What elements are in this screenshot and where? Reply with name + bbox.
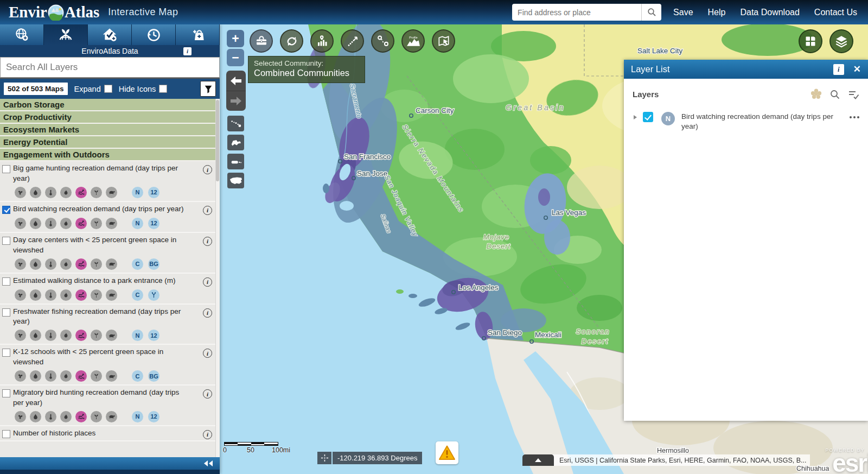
expand-triangle-icon[interactable] [634, 115, 637, 119]
elevation-profile-button[interactable]: Profile [401, 29, 425, 53]
layer-label[interactable]: K-12 schools with < 25 percent green spa… [13, 347, 189, 368]
layer-info-icon[interactable] [203, 237, 212, 246]
flower-icon[interactable] [810, 88, 822, 100]
layer-list-item-label[interactable]: Bird watching recreation demand (day tri… [681, 112, 841, 131]
sidebar-scrollbar[interactable] [215, 99, 220, 457]
layer-visibility-checkbox[interactable] [643, 112, 653, 122]
filter-funnel-button[interactable] [200, 81, 216, 97]
hide-icons-checkbox[interactable]: Hide Icons [119, 85, 168, 93]
extent-history [226, 71, 246, 111]
layer-checkbox[interactable] [2, 206, 10, 214]
layer-label[interactable]: Day care centers with < 25 percent green… [13, 235, 189, 256]
layer-search-icon[interactable] [829, 89, 840, 100]
hawaii-icon [230, 119, 242, 128]
tab-add-data[interactable] [0, 24, 44, 45]
coverage-badge-BG: BG [148, 258, 159, 270]
help-link[interactable]: Help [708, 8, 726, 17]
layer-list-info-icon[interactable] [833, 64, 844, 75]
layer-info-icon[interactable] [203, 349, 212, 358]
layer-checkbox[interactable] [2, 389, 10, 397]
layer-label[interactable]: Estimated walking distance to a park ent… [13, 276, 175, 286]
analysis-tools-button[interactable] [250, 29, 273, 53]
layer-info-icon[interactable] [203, 389, 212, 399]
eco-service-icons [15, 258, 117, 270]
zoom-to-puerto-rico-button[interactable] [227, 154, 244, 169]
layer-label[interactable]: Bird watching recreation demand (day tri… [13, 204, 183, 214]
layer-info-icon[interactable] [203, 308, 212, 318]
coverage-badge-N: N [132, 218, 143, 229]
expand-checkbox[interactable]: Expand [74, 85, 112, 93]
layer-checkbox[interactable] [2, 349, 10, 357]
coverage-badge-12: 12 [148, 187, 159, 198]
address-search-input[interactable] [512, 4, 641, 21]
previous-extent-button[interactable] [226, 71, 246, 91]
save-link[interactable]: Save [673, 8, 693, 17]
sidebar-collapse-bar[interactable] [0, 457, 220, 470]
layer-checkbox[interactable] [2, 277, 10, 286]
selected-community-tooltip: Selected Community: Combined Communities [248, 56, 365, 83]
layer-checkbox[interactable] [2, 165, 10, 173]
layer-checkbox[interactable] [2, 237, 10, 245]
eco-service-icons [15, 411, 117, 422]
zoom-in-button[interactable]: + [227, 30, 244, 47]
layer-label[interactable]: Number of historic places [13, 428, 95, 439]
layer-list-close-icon[interactable] [853, 64, 861, 75]
data-download-link[interactable]: Data Download [740, 8, 799, 17]
coordinates-widget: -120.219 36.893 Degrees [317, 452, 422, 464]
category-ecosystem-markets[interactable]: Ecosystem Markets [0, 124, 220, 136]
temperature-icon [45, 258, 56, 270]
tooltip-title: Selected Community: [254, 59, 359, 67]
measure-button[interactable] [341, 29, 364, 53]
zoom-to-conus-button[interactable] [227, 173, 244, 188]
layer-search-input[interactable] [0, 57, 220, 78]
basemap-gallery-button[interactable] [799, 29, 822, 53]
tab-time[interactable] [132, 24, 176, 45]
search-icon[interactable] [641, 4, 661, 21]
coverage-badges: CBG [132, 258, 159, 270]
layer-info-icon[interactable] [203, 277, 212, 287]
overview-map-toggle[interactable] [522, 454, 554, 466]
map-canvas[interactable]: Salt Lake City Carson City Great Basin S… [220, 24, 868, 474]
layer-options-icon[interactable] [850, 116, 859, 118]
zoom-to-alaska-button[interactable] [227, 135, 244, 150]
category-crop-productivity[interactable]: Crop Productivity [0, 111, 220, 124]
warning-button[interactable] [436, 441, 458, 464]
zoom-out-button[interactable]: − [227, 49, 244, 66]
contact-us-link[interactable]: Contact Us [814, 8, 857, 17]
recreation-icon [75, 289, 87, 301]
layer-checkbox[interactable] [2, 430, 10, 438]
layer-label[interactable]: Big game hunting recreation demand (day … [13, 163, 189, 184]
coverage-badge-12: 12 [148, 218, 159, 229]
water-icon [30, 289, 41, 301]
layer-info-icon[interactable] [203, 430, 212, 439]
panel-info-icon[interactable] [183, 47, 192, 55]
next-extent-button[interactable] [226, 91, 246, 111]
route-directions-button[interactable] [371, 29, 394, 53]
hide-icons-checkbox-box[interactable] [159, 85, 167, 93]
tab-supplemental[interactable] [176, 24, 220, 45]
enviroatlas-logo[interactable]: Envir Atlas [9, 4, 99, 21]
temperature-icon [45, 289, 56, 301]
category-energy-potential[interactable]: Energy Potential [0, 136, 220, 149]
toggle-layers-list-icon[interactable] [847, 89, 859, 100]
layer-checkbox[interactable] [2, 308, 10, 317]
layer-info-icon[interactable] [203, 165, 212, 174]
zoom-to-hawaii-button[interactable] [227, 116, 244, 131]
category-engagement-outdoors[interactable]: Engagement with Outdoors [0, 149, 220, 161]
tab-community[interactable] [88, 24, 132, 45]
layer-list-item[interactable]: N Bird watching recreation demand (day t… [633, 112, 859, 131]
layer-info-icon[interactable] [203, 206, 212, 215]
statistics-chart-button[interactable] [310, 29, 334, 53]
change-community-button[interactable] [280, 29, 303, 53]
layer-list-button[interactable] [829, 29, 853, 53]
air-icon [15, 218, 26, 229]
svg-text:Profile: Profile [409, 35, 417, 39]
sidebar-scrollbar-thumb[interactable] [216, 100, 219, 181]
crosshair-icon[interactable] [317, 452, 331, 464]
map-select-button[interactable] [432, 29, 455, 53]
tab-enviroatlas-data[interactable] [44, 24, 88, 45]
category-carbon-storage[interactable]: Carbon Storage [0, 99, 220, 111]
expand-checkbox-box[interactable] [104, 85, 112, 93]
layer-label[interactable]: Migratory bird hunting recreation demand… [13, 388, 189, 408]
layer-label[interactable]: Freshwater fishing recreation demand (da… [13, 307, 189, 327]
